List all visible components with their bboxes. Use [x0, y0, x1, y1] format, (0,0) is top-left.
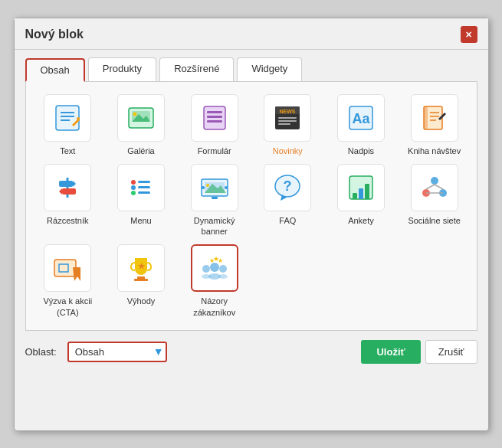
svg-rect-14: [207, 111, 222, 113]
kniha-icon: [418, 102, 451, 134]
svg-rect-67: [54, 260, 76, 276]
item-formular[interactable]: Formulár: [184, 94, 245, 156]
dynamicky-icon: [199, 172, 231, 204]
icon-box-novinky: NEWS: [264, 94, 311, 142]
svg-rect-60: [365, 184, 369, 199]
icon-box-nadpis: Aa: [337, 94, 385, 142]
item-dynamicky[interactable]: Dynamický banner: [184, 164, 245, 237]
item-label-razcestnik: Rázcestník: [47, 215, 88, 226]
area-label: Oblast:: [25, 346, 57, 358]
tab-produkty[interactable]: Produkty: [88, 57, 156, 81]
cta-icon: [51, 252, 84, 284]
svg-point-79: [218, 274, 228, 279]
item-label-vyhody: Výhody: [127, 296, 156, 306]
item-nazory[interactable]: ★ ★ ★ Názory zákazníkov: [184, 244, 245, 318]
svg-rect-72: [134, 279, 148, 281]
close-button[interactable]: ×: [461, 26, 477, 43]
icon-box-text: [44, 94, 91, 142]
item-label-nazory: Názory zákazníkov: [184, 296, 245, 318]
item-label-nadpis: Nadpis: [348, 146, 374, 156]
item-kniha[interactable]: Kniha návštev: [404, 94, 465, 156]
svg-point-40: [131, 191, 136, 195]
tab-widgety[interactable]: Widgety: [237, 57, 302, 81]
tab-obsah[interactable]: Obsah: [25, 58, 85, 82]
galeria-icon: [125, 102, 157, 134]
save-button[interactable]: Uložiť: [361, 340, 420, 364]
item-novinky[interactable]: NEWS Novinky: [257, 94, 318, 156]
dialog-title: Nový blok: [25, 28, 84, 41]
area-select-wrapper: Obsah ▼: [67, 342, 167, 362]
svg-point-61: [431, 177, 438, 185]
svg-point-6: [77, 117, 80, 120]
tab-rozsirene[interactable]: Rozšírené: [159, 57, 234, 81]
icon-box-faq: ?: [264, 164, 311, 211]
area-select[interactable]: Obsah: [67, 342, 167, 362]
svg-text:NEWS: NEWS: [280, 109, 296, 114]
icon-box-dynamicky: [191, 164, 238, 211]
vyhody-icon: ★: [125, 252, 157, 284]
nazory-icon: ★ ★ ★: [199, 252, 231, 284]
dialog-header: Nový blok ×: [15, 18, 488, 50]
svg-rect-58: [353, 193, 357, 199]
item-vyhody[interactable]: ★ Výhody: [110, 244, 172, 318]
dialog: Nový blok × Obsah Produkty Rozšírené Wid…: [14, 18, 489, 431]
svg-rect-15: [207, 116, 222, 118]
item-cta[interactable]: Výzva k akcii (CTA): [37, 244, 98, 318]
item-label-faq: FAQ: [279, 215, 296, 226]
icon-box-kniha: [411, 94, 458, 142]
item-ankety[interactable]: Ankety: [330, 164, 392, 237]
novinky-icon: NEWS: [271, 102, 303, 134]
svg-text:★: ★: [137, 262, 145, 270]
svg-text:★: ★: [218, 257, 223, 264]
svg-text:?: ?: [284, 178, 292, 194]
item-label-menu: Menu: [130, 215, 152, 226]
item-label-text: Text: [60, 146, 75, 156]
icon-box-menu: [117, 164, 165, 211]
svg-point-77: [202, 274, 211, 279]
svg-point-50: [225, 186, 228, 189]
item-nadpis[interactable]: Aa Nadpis: [330, 94, 392, 156]
menu-icon: [125, 172, 157, 204]
svg-text:Aa: Aa: [352, 111, 370, 126]
items-grid: Text Galéria: [34, 94, 469, 318]
item-label-ankety: Ankety: [348, 215, 374, 226]
item-text[interactable]: Text: [37, 94, 98, 156]
icon-box-galeria: [117, 94, 165, 142]
svg-rect-16: [207, 120, 222, 123]
svg-point-78: [219, 265, 227, 273]
svg-rect-51: [212, 197, 218, 199]
tabs-bar: Obsah Produkty Rozšírené Widgety: [15, 50, 488, 81]
item-socialne[interactable]: Sociálne siete: [404, 164, 465, 237]
svg-rect-22: [278, 123, 290, 125]
item-label-novinky: Novinky: [273, 146, 303, 156]
item-label-galeria: Galéria: [127, 146, 154, 156]
item-menu[interactable]: Menu: [110, 164, 172, 237]
item-label-socialne: Sociálne siete: [408, 215, 461, 226]
svg-rect-20: [278, 117, 297, 119]
svg-rect-28: [424, 106, 428, 129]
dialog-footer: Oblast: Obsah ▼ Uložiť Zrušiť: [15, 331, 488, 373]
svg-point-11: [133, 112, 136, 116]
svg-rect-42: [138, 186, 150, 188]
faq-icon: ?: [271, 172, 303, 204]
ankety-icon: [345, 172, 377, 204]
item-faq[interactable]: ? FAQ: [257, 164, 318, 237]
svg-line-65: [435, 185, 443, 189]
svg-marker-70: [73, 267, 80, 281]
svg-rect-0: [56, 106, 79, 130]
item-razcestnik[interactable]: Rázcestník: [37, 164, 98, 237]
svg-point-38: [131, 180, 136, 185]
icon-box-formular: [191, 94, 238, 142]
nadpis-icon: Aa: [345, 102, 377, 134]
svg-point-76: [202, 265, 210, 273]
item-label-formular: Formulár: [198, 146, 231, 156]
svg-marker-37: [59, 188, 62, 195]
svg-point-49: [202, 186, 205, 189]
item-galeria[interactable]: Galéria: [110, 94, 172, 156]
cancel-button[interactable]: Zrušiť: [425, 340, 477, 364]
item-label-kniha: Kniha návštev: [408, 146, 461, 156]
svg-point-39: [131, 185, 136, 190]
formular-icon: [199, 102, 231, 134]
svg-rect-59: [359, 188, 363, 199]
svg-rect-41: [138, 181, 150, 183]
